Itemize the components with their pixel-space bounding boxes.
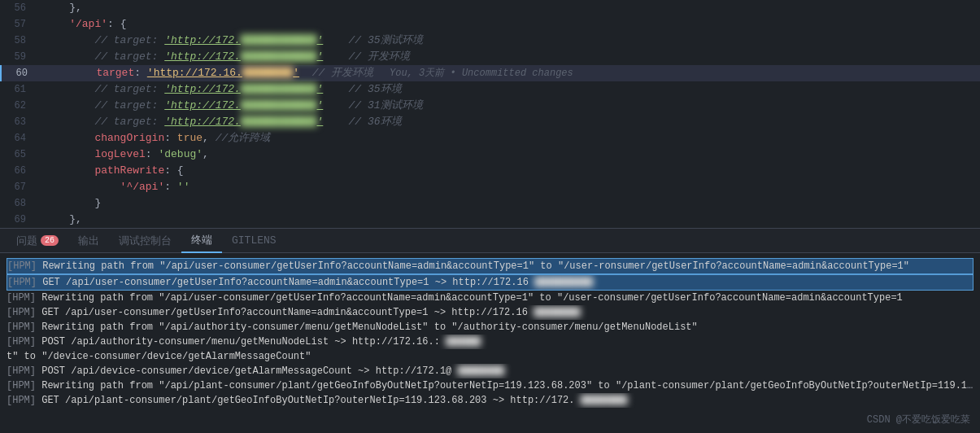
csdn-watermark: CSDN @不爱吃饭爱吃菜 — [867, 413, 970, 426]
code-lines: 56 }, 57 '/api': { 58 // target: 'http:/… — [0, 0, 980, 228]
terminal-line-1: [HPM] Rewriting path from "/api/user-con… — [7, 258, 973, 274]
tab-debug-console[interactable]: 调试控制台 — [109, 229, 181, 253]
terminal-line-9: [HPM] Rewriting path from "/api/plant-co… — [7, 378, 973, 393]
code-line-57: 57 '/api': { — [0, 16, 980, 33]
bottom-panel: 问题 26 输出 调试控制台 终端 GITLENS [HPM] Rewritin… — [0, 228, 980, 433]
tab-problems[interactable]: 问题 26 — [7, 229, 68, 253]
terminal-line-6: [HPM] POST /api/authority-consumer/menu/… — [7, 335, 973, 349]
code-editor: 56 }, 57 '/api': { 58 // target: 'http:/… — [0, 0, 980, 228]
terminal-line-10: [HPM] GET /api/plant-consumer/plant/getG… — [7, 393, 973, 408]
tab-output[interactable]: 输出 — [68, 229, 109, 253]
panel-content: [HPM] Rewriting path from "/api/user-con… — [0, 253, 980, 433]
terminal-line-7: t" to "/device-consumer/device/getAlarmM… — [7, 349, 973, 364]
terminal[interactable]: [HPM] Rewriting path from "/api/user-con… — [0, 253, 980, 413]
terminal-line-2: [HPM] GET /api/user-consumer/getUserInfo… — [7, 274, 973, 291]
code-line-63: 63 // target: 'http://172.████████████' … — [0, 114, 980, 130]
code-line-69: 69 }, — [0, 212, 980, 228]
code-line-62: 62 // target: 'http://172.████████████' … — [0, 98, 980, 114]
code-line-61: 61 // target: 'http://172.████████████' … — [0, 81, 980, 98]
code-line-68: 68 } — [0, 195, 980, 212]
tab-gitlens[interactable]: GITLENS — [222, 229, 286, 253]
terminal-line-8: [HPM] POST /api/device-consumer/device/g… — [7, 364, 973, 378]
code-line-66: 66 pathRewrite: { — [0, 163, 980, 179]
code-line-59: 59 // target: 'http://172.████████████' … — [0, 49, 980, 65]
tab-terminal[interactable]: 终端 — [181, 229, 222, 253]
code-line-65: 65 logLevel: 'debug', — [0, 147, 980, 163]
code-line-64: 64 changOrigin: true, //允许跨域 — [0, 130, 980, 147]
terminal-line-5: [HPM] Rewriting path from "/api/authorit… — [7, 320, 973, 335]
code-line-67: 67 '^/api': '' — [0, 179, 980, 195]
code-line-60: 60 target: 'http://172.16.████████' // 开… — [0, 65, 980, 81]
terminal-line-3: [HPM] Rewriting path from "/api/user-con… — [7, 291, 973, 305]
panel-tabs: 问题 26 输出 调试控制台 终端 GITLENS — [0, 229, 980, 253]
code-line-56: 56 }, — [0, 0, 980, 16]
code-line-58: 58 // target: 'http://172.████████████' … — [0, 33, 980, 49]
terminal-line-4: [HPM] GET /api/user-consumer/getUserInfo… — [7, 305, 973, 320]
